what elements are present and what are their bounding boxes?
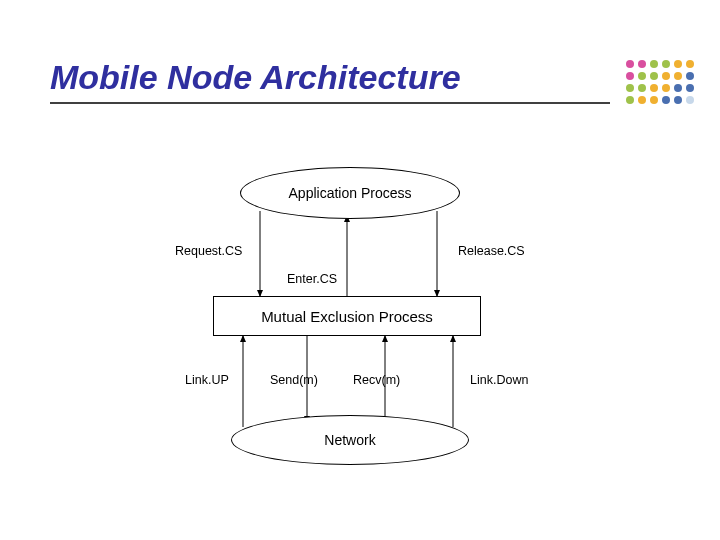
title-underline: [50, 102, 610, 104]
svg-point-4: [674, 60, 682, 68]
svg-point-19: [638, 96, 646, 104]
svg-point-22: [674, 96, 682, 104]
svg-point-13: [638, 84, 646, 92]
svg-point-5: [686, 60, 694, 68]
label-send-m: Send(m): [270, 373, 318, 387]
svg-point-6: [626, 72, 634, 80]
svg-point-18: [626, 96, 634, 104]
svg-point-3: [662, 60, 670, 68]
label-request-cs: Request.CS: [175, 244, 242, 258]
node-application-process: Application Process: [240, 167, 460, 219]
node-mutual-exclusion-process: Mutual Exclusion Process: [213, 296, 481, 336]
page-title: Mobile Node Architecture: [50, 58, 461, 97]
svg-point-12: [626, 84, 634, 92]
svg-point-2: [650, 60, 658, 68]
svg-point-0: [626, 60, 634, 68]
label-enter-cs: Enter.CS: [287, 272, 337, 286]
label-link-down: Link.Down: [470, 373, 528, 387]
label-release-cs: Release.CS: [458, 244, 525, 258]
label-recv-m: Recv(m): [353, 373, 400, 387]
svg-point-21: [662, 96, 670, 104]
label-link-up: Link.UP: [185, 373, 229, 387]
decorative-dots: [624, 58, 696, 114]
svg-point-10: [674, 72, 682, 80]
node-network: Network: [231, 415, 469, 465]
svg-point-7: [638, 72, 646, 80]
svg-point-20: [650, 96, 658, 104]
svg-point-14: [650, 84, 658, 92]
svg-point-17: [686, 84, 694, 92]
svg-point-16: [674, 84, 682, 92]
svg-point-1: [638, 60, 646, 68]
svg-point-23: [686, 96, 694, 104]
svg-point-15: [662, 84, 670, 92]
svg-point-8: [650, 72, 658, 80]
svg-point-9: [662, 72, 670, 80]
svg-point-11: [686, 72, 694, 80]
